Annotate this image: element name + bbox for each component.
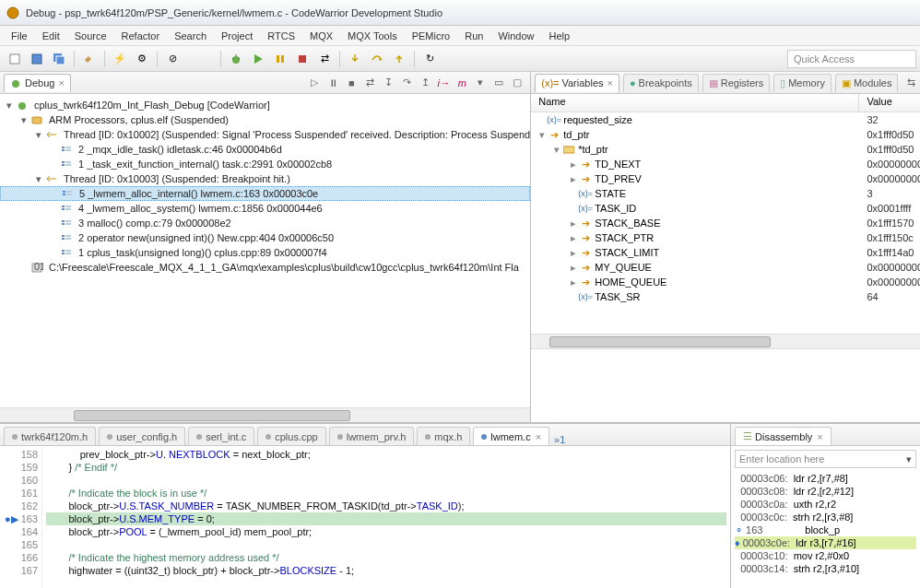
disasm-line[interactable]: 00003c10: mov r2,#0x0 [735, 549, 916, 562]
disasm-line[interactable]: 00003c06: ldr r2,[r7,#8] [735, 472, 916, 485]
tab-variables[interactable]: (x)= Variables × [535, 74, 619, 92]
menu-project[interactable]: Project [214, 29, 260, 43]
close-icon[interactable]: × [817, 431, 822, 442]
tree-twist-icon[interactable]: ▾ [4, 100, 15, 112]
gear-icon[interactable]: ⚙ [132, 49, 152, 69]
variable-row[interactable]: (x)=STATE3 [531, 186, 920, 201]
hammer-icon[interactable] [79, 49, 100, 69]
stop-icon[interactable] [292, 49, 313, 69]
variable-row[interactable]: ▸➔STACK_LIMIT0x1fff14a0 [531, 245, 920, 260]
variable-row[interactable]: ▸➔TD_PREV0x00000000 [531, 171, 920, 186]
debug-node[interactable]: ▾Thread [ID: 0x10002] (Suspended: Signal… [0, 127, 530, 142]
menu-mqx[interactable]: MQX [302, 29, 340, 43]
m-icon[interactable]: m [454, 75, 470, 91]
close-icon[interactable]: × [58, 77, 64, 88]
tab-debug[interactable]: Debug × [4, 74, 71, 92]
editor-tab[interactable]: twrk64f120m.h [4, 427, 96, 445]
debug-node[interactable]: ▾ARM Processors, cplus.elf (Suspended) [0, 112, 530, 127]
disasm-line[interactable]: ⚬ 163 block_p [735, 523, 916, 536]
step-return-icon[interactable] [389, 49, 409, 69]
editor-tab[interactable]: serl_int.c [188, 427, 254, 445]
debug-icon[interactable] [226, 49, 246, 69]
line-gutter[interactable]: 158159160161162●▶ 163164165166167 [0, 446, 42, 588]
chevron-down-icon[interactable]: ▾ [906, 453, 912, 465]
variable-row[interactable]: ▾*td_ptr0x1fff0d50 [531, 142, 920, 157]
tree-twist-icon[interactable]: ▸ [568, 218, 579, 229]
tree-twist-icon[interactable]: ▸ [568, 232, 579, 244]
debug-tree[interactable]: ▾cplus_twrk64f120m_Int_Flash_Debug [Code… [0, 94, 530, 407]
step-over-btn-icon[interactable]: ↷ [398, 75, 415, 91]
close-icon[interactable]: × [536, 431, 541, 442]
collapse-icon[interactable]: ⇆ [902, 75, 919, 91]
step-into-icon[interactable] [345, 49, 365, 69]
tab-modules[interactable]: ▣Modules [835, 74, 899, 92]
menu-file[interactable]: File [4, 29, 35, 43]
disasm-line[interactable]: 00003c08: ldr r2,[r2,#12] [735, 485, 916, 498]
variable-row[interactable]: (x)=TASK_SR64 [531, 289, 920, 304]
editor-tab-active[interactable]: lwmem.c× [473, 427, 549, 445]
variable-row[interactable]: ▸➔STACK_BASE0x1fff1570 [531, 216, 920, 230]
editor-tab[interactable]: mqx.h [417, 427, 470, 445]
variables-rows[interactable]: (x)=requested_size32▾➔td_ptr0x1fff0d50▾*… [531, 112, 920, 334]
tab-disassembly[interactable]: ☰ Disassembly × [735, 427, 832, 445]
column-value[interactable]: Value [859, 94, 920, 112]
tree-twist-icon[interactable]: ▾ [537, 129, 548, 141]
disasm-location-input[interactable]: Enter location here▾ [735, 450, 916, 468]
disasm-listing[interactable]: 00003c06: ldr r2,[r7,#8] 00003c08: ldr r… [731, 470, 920, 588]
new-icon[interactable] [5, 49, 25, 69]
disasm-line[interactable]: 00003c0c: strh r2,[r3,#8] [735, 511, 916, 523]
menu-mqx-tools[interactable]: MQX Tools [340, 29, 405, 43]
tree-twist-icon[interactable]: ▸ [568, 159, 579, 171]
variable-row[interactable]: ▸➔STACK_PTR0x1fff150c [531, 230, 920, 245]
tab-memory[interactable]: ▯Memory [773, 74, 832, 92]
more-tabs[interactable]: »1 [554, 434, 565, 445]
tab-registers[interactable]: ▦Registers [702, 74, 770, 92]
variable-row[interactable]: (x)=requested_size32 [531, 112, 920, 127]
debug-node[interactable]: 1 _task_exit_function_internal() task.c:… [0, 157, 530, 171]
save-all-icon[interactable] [49, 49, 69, 69]
quick-access-input[interactable]: Quick Access [787, 50, 916, 68]
variable-row[interactable]: ▸➔HOME_QUEUE0x00000000 [531, 275, 920, 289]
editor-tab[interactable]: user_config.h [99, 427, 185, 445]
debug-node[interactable]: ▾Thread [ID: 0x10003] (Suspended: Breakp… [0, 171, 530, 186]
tree-twist-icon[interactable]: ▾ [18, 114, 29, 126]
menu-help[interactable]: Help [542, 29, 578, 43]
column-name[interactable]: Name [531, 94, 859, 112]
variable-row[interactable]: ▸➔MY_QUEUE0x00000000 [531, 260, 920, 275]
editor-tab[interactable]: cplus.cpp [257, 427, 325, 445]
tab-breakpoints[interactable]: ●Breakpoints [623, 74, 699, 92]
disasm-line[interactable]: ♦ 00003c0e: ldr r3,[r7,#16] [735, 536, 916, 549]
menu-source[interactable]: Source [67, 29, 114, 43]
disconnect-btn-icon[interactable]: ⇄ [361, 75, 378, 91]
disasm-line[interactable]: 00003c14: strh r2,[r3,#10] [735, 562, 916, 575]
menu-rtcs[interactable]: RTCS [260, 29, 302, 43]
minimize-icon[interactable]: ▭ [490, 75, 507, 91]
restart-icon[interactable]: ↻ [419, 49, 440, 69]
debug-node[interactable]: 2 _mqx_idle_task() idletask.c:46 0x00004… [0, 142, 530, 157]
menu-window[interactable]: Window [490, 29, 541, 43]
editor-tab[interactable]: lwmem_prv.h [329, 427, 415, 445]
horizontal-scrollbar[interactable] [531, 334, 920, 348]
debug-node[interactable]: 4 _lwmem_alloc_system() lwmem.c:1856 0x0… [0, 201, 530, 216]
debug-node[interactable]: 2 operator new(unsigned int)() New.cpp:4… [0, 230, 530, 245]
skip-bp-icon[interactable]: ⊘ [162, 49, 183, 69]
terminate-icon[interactable]: ■ [343, 75, 360, 91]
tree-twist-icon[interactable]: ▸ [568, 247, 579, 259]
debug-node[interactable]: 5 _lwmem_alloc_internal() lwmem.c:163 0x… [0, 186, 530, 201]
instr-step-icon[interactable]: i→ [435, 75, 452, 91]
tree-twist-icon[interactable]: ▸ [568, 173, 579, 185]
dropdown-icon[interactable]: ▾ [472, 75, 489, 91]
tree-twist-icon[interactable]: ▸ [568, 262, 579, 274]
step-into-btn-icon[interactable]: ↧ [380, 75, 396, 91]
disasm-line[interactable]: 00003c0a: uxth r2,r2 [735, 498, 916, 511]
step-over-icon[interactable] [367, 49, 387, 69]
debug-node[interactable]: 01C:\Freescale\Freescale_MQX_4_1_1_GA\mq… [0, 260, 530, 275]
variable-row[interactable]: ▾➔td_ptr0x1fff0d50 [531, 127, 920, 142]
run-icon[interactable] [248, 49, 268, 69]
tree-twist-icon[interactable]: ▾ [33, 129, 44, 141]
close-icon[interactable]: × [607, 77, 613, 88]
variable-row[interactable]: ▸➔TD_NEXT0x00000000 [531, 157, 920, 171]
menu-edit[interactable]: Edit [35, 29, 67, 43]
variable-row[interactable]: (x)=TASK_ID0x0001ffff [531, 201, 920, 216]
tree-twist-icon[interactable]: ▾ [33, 173, 44, 185]
